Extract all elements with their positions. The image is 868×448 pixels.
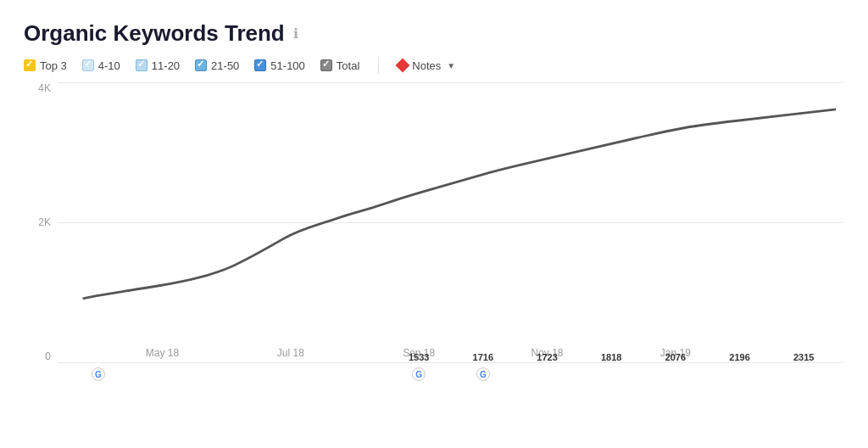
chart-container: Organic Keywords Trend ℹ Top 3 4-10 11-2… bbox=[0, 0, 868, 448]
x-labels: May 18Jul 18Sep 18Nov 18Jan 19 bbox=[58, 328, 844, 362]
google-icon-oct18: G bbox=[476, 367, 490, 381]
notes-label: Notes bbox=[412, 59, 441, 72]
google-icon-sep18: G bbox=[412, 367, 426, 381]
legend-row: Top 3 4-10 11-20 21-50 51-100 Total bbox=[24, 57, 844, 74]
bar-label-oct18: 1716 bbox=[473, 352, 493, 362]
x-label-3: Jul 18 bbox=[259, 347, 323, 359]
legend-51-100[interactable]: 51-100 bbox=[254, 59, 304, 72]
info-icon[interactable]: ℹ bbox=[293, 25, 298, 42]
legend-label-4-10: 4-10 bbox=[98, 59, 120, 72]
bar-label-jan19: 2076 bbox=[665, 352, 686, 362]
y-label-4k: 4K bbox=[38, 82, 51, 94]
notes-item[interactable]: Notes ▼ bbox=[398, 59, 455, 72]
bar-label-dec18: 1818 bbox=[601, 352, 621, 362]
legend-label-21-50: 21-50 bbox=[211, 59, 239, 72]
legend-checkbox-51-100 bbox=[254, 59, 266, 71]
legend-checkbox-21-50 bbox=[195, 59, 207, 71]
y-label-2k: 2K bbox=[38, 216, 51, 228]
legend-label-top3: Top 3 bbox=[40, 59, 67, 72]
legend-checkbox-4-10 bbox=[82, 59, 94, 71]
legend-label-51-100: 51-100 bbox=[270, 59, 304, 72]
x-label-1: May 18 bbox=[131, 347, 195, 359]
bar-label-mar19: 2315 bbox=[793, 352, 814, 362]
chart-area: 4K 2K 0 G1533G1716G17231818207621962315 … bbox=[24, 82, 844, 396]
bar-label-feb19: 2196 bbox=[729, 352, 749, 362]
legend-total[interactable]: Total bbox=[320, 59, 359, 72]
bar-label-sep18: 1533 bbox=[409, 352, 429, 362]
google-icon-apr18: G bbox=[92, 367, 105, 381]
legend-checkbox-11-20 bbox=[136, 59, 147, 71]
y-axis: 4K 2K 0 bbox=[24, 82, 58, 362]
y-label-0: 0 bbox=[45, 350, 51, 362]
legend-checkbox-total bbox=[320, 59, 332, 71]
legend-label-total: Total bbox=[337, 59, 359, 72]
legend-checkbox-top3 bbox=[24, 59, 36, 71]
legend-label-11-20: 11-20 bbox=[152, 59, 180, 72]
legend-21-50[interactable]: 21-50 bbox=[195, 59, 239, 72]
chart-title: Organic Keywords Trend bbox=[24, 20, 285, 47]
notes-dropdown-icon: ▼ bbox=[447, 61, 455, 70]
grid-line-0 bbox=[58, 362, 844, 363]
legend-divider bbox=[378, 57, 379, 74]
chart-inner: G1533G1716G17231818207621962315 May 18Ju… bbox=[58, 82, 844, 362]
legend-top3[interactable]: Top 3 bbox=[24, 59, 67, 72]
bar-label-nov18: 1723 bbox=[537, 352, 557, 362]
chart-header: Organic Keywords Trend ℹ bbox=[24, 20, 844, 47]
notes-diamond-icon bbox=[396, 59, 410, 73]
legend-4-10[interactable]: 4-10 bbox=[82, 59, 120, 72]
legend-11-20[interactable]: 11-20 bbox=[136, 59, 180, 72]
bars-container: G1533G1716G17231818207621962315 bbox=[58, 82, 844, 362]
